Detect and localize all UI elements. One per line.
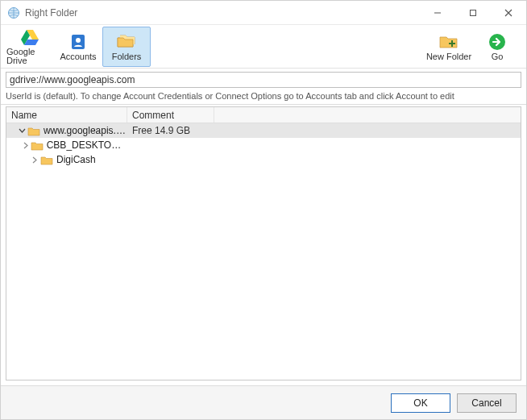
tree-header: Name Comment — [6, 107, 521, 123]
column-header-spacer — [214, 107, 521, 123]
folder-icon — [40, 154, 53, 165]
chevron-down-icon[interactable] — [17, 127, 27, 135]
folder-icon — [27, 125, 40, 136]
ok-button[interactable]: OK — [391, 393, 450, 413]
app-icon — [7, 6, 20, 19]
chevron-right-icon[interactable] — [29, 156, 40, 164]
toolbar-label: New Folder — [426, 52, 471, 61]
address-input[interactable] — [6, 72, 521, 88]
chevron-right-icon[interactable] — [23, 142, 31, 149]
column-header-name[interactable]: Name — [6, 107, 127, 123]
folders-icon — [115, 33, 138, 51]
tree-row[interactable]: CBB_DESKTOP-J4BU010 — [6, 138, 521, 152]
google-drive-icon — [19, 28, 41, 46]
minimize-button[interactable] — [420, 1, 455, 24]
tree-item-label: CBB_DESKTOP-J4BU010 — [47, 139, 127, 151]
maximize-button[interactable] — [455, 1, 491, 24]
svg-point-7 — [76, 38, 81, 43]
folders-button[interactable]: Folders — [102, 27, 151, 67]
tree-item-label: www.googleapis.com — [44, 125, 127, 136]
google-drive-button[interactable]: Google Drive — [6, 27, 54, 67]
tree-body[interactable]: www.googleapis.com Free 14.9 GB CBB_DESK… — [6, 123, 521, 380]
go-icon — [486, 33, 508, 51]
title-bar: Right Folder — [1, 1, 526, 25]
right-folder-dialog: Right Folder Google Drive Accounts Folde… — [0, 0, 527, 420]
new-folder-button[interactable]: New Folder — [425, 27, 473, 67]
go-button[interactable]: Go — [473, 27, 521, 67]
address-row — [1, 69, 526, 89]
cancel-button[interactable]: Cancel — [457, 393, 517, 413]
close-button[interactable] — [491, 1, 526, 24]
toolbar-label: Go — [492, 52, 504, 61]
tree-item-label: DigiCash — [56, 154, 96, 165]
dialog-footer: OK Cancel — [1, 385, 526, 419]
toolbar-label: Folders — [112, 52, 142, 61]
accounts-icon — [67, 33, 89, 51]
toolbar-label: Accounts — [60, 52, 96, 61]
folder-icon — [31, 139, 44, 151]
tree-row-root[interactable]: www.googleapis.com Free 14.9 GB — [6, 123, 521, 138]
window-controls — [420, 1, 526, 24]
column-header-comment[interactable]: Comment — [127, 107, 214, 123]
toolbar-label: Google Drive — [6, 48, 53, 65]
tree-item-comment: Free 14.9 GB — [127, 125, 214, 136]
new-folder-icon — [438, 33, 460, 51]
svg-rect-1 — [434, 12, 441, 13]
tree-row[interactable]: DigiCash — [6, 152, 521, 167]
info-message: UserId is (default). To change Account C… — [1, 89, 526, 105]
accounts-button[interactable]: Accounts — [54, 27, 102, 67]
folder-tree: Name Comment www.googleapis.com Free 14.… — [6, 106, 521, 380]
svg-rect-2 — [471, 10, 476, 15]
svg-rect-9 — [449, 43, 455, 44]
toolbar: Google Drive Accounts Folders New Folder — [1, 25, 526, 69]
window-title: Right Folder — [25, 7, 77, 19]
